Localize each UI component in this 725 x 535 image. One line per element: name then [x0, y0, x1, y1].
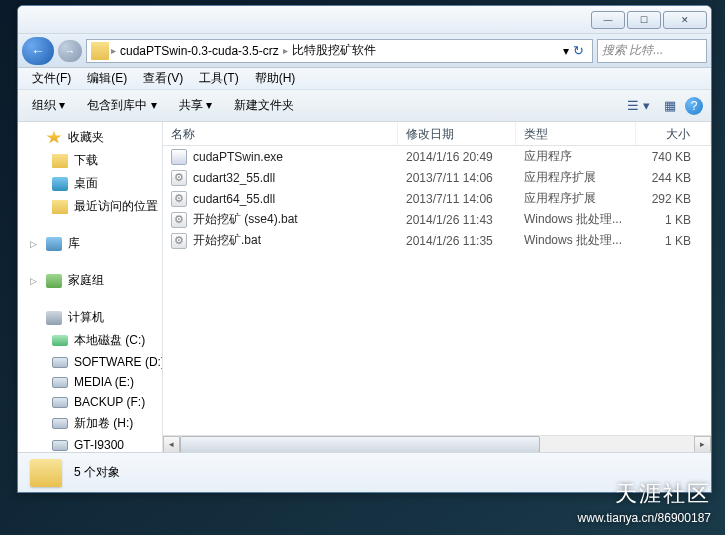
file-size: 292 KB	[636, 192, 711, 206]
back-button[interactable]: ←	[22, 37, 54, 65]
device-icon	[52, 440, 68, 451]
file-date: 2014/1/26 11:43	[398, 213, 516, 227]
desktop-icon	[52, 177, 68, 191]
file-row[interactable]: cudart32_55.dll 2013/7/11 14:06 应用程序扩展 2…	[163, 167, 711, 188]
folder-icon	[52, 154, 68, 168]
sidebar-label: 最近访问的位置	[74, 198, 158, 215]
sidebar-homegroup[interactable]: ▷ 家庭组	[18, 269, 162, 292]
scroll-track[interactable]	[180, 436, 694, 453]
file-row[interactable]: cudart64_55.dll 2013/7/11 14:06 应用程序扩展 2…	[163, 188, 711, 209]
drive-icon	[52, 377, 68, 388]
explorer-window: — ☐ ✕ ← → ▸ cudaPTSwin-0.3-cuda-3.5-crz …	[17, 5, 712, 493]
view-options-button[interactable]: ☰ ▾	[622, 96, 655, 115]
chevron-right-icon: ▸	[283, 45, 288, 56]
breadcrumb[interactable]: ▸ cudaPTSwin-0.3-cuda-3.5-crz ▸ 比特股挖矿软件 …	[86, 39, 593, 63]
expand-icon: ▷	[30, 276, 40, 286]
file-date: 2013/7/11 14:06	[398, 171, 516, 185]
refresh-button[interactable]: ↻	[573, 43, 584, 58]
file-date: 2013/7/11 14:06	[398, 192, 516, 206]
sidebar-favorites[interactable]: 收藏夹	[18, 126, 162, 149]
folder-icon	[91, 42, 109, 60]
new-folder-button[interactable]: 新建文件夹	[228, 94, 300, 117]
sidebar-downloads[interactable]: 下载	[18, 149, 162, 172]
organize-button[interactable]: 组织 ▾	[26, 94, 71, 117]
sidebar-label: 库	[68, 235, 80, 252]
file-row[interactable]: 开始挖矿.bat 2014/1/26 11:35 Windows 批处理... …	[163, 230, 711, 251]
column-headers: 名称 修改日期 类型 大小	[163, 122, 711, 146]
sidebar-computer[interactable]: 计算机	[18, 306, 162, 329]
menu-file[interactable]: 文件(F)	[24, 68, 79, 89]
titlebar: — ☐ ✕	[18, 6, 711, 34]
file-row[interactable]: 开始挖矿 (sse4).bat 2014/1/26 11:43 Windows …	[163, 209, 711, 230]
menu-view[interactable]: 查看(V)	[135, 68, 191, 89]
content: 收藏夹 下载 桌面 最近访问的位置 ▷	[18, 122, 711, 452]
search-input[interactable]: 搜索 比特...	[597, 39, 707, 63]
scroll-right-button[interactable]: ▸	[694, 436, 711, 453]
file-name: cudaPTSwin.exe	[193, 150, 283, 164]
file-date: 2014/1/16 20:49	[398, 150, 516, 164]
toolbar-right: ☰ ▾ ▦ ?	[622, 96, 703, 115]
dll-icon	[171, 170, 187, 186]
forward-button[interactable]: →	[58, 40, 82, 62]
chevron-right-icon: ▸	[111, 45, 116, 56]
menu-edit[interactable]: 编辑(E)	[79, 68, 135, 89]
file-size: 244 KB	[636, 171, 711, 185]
sidebar-label: 收藏夹	[68, 129, 104, 146]
search-placeholder: 搜索 比特...	[602, 42, 663, 59]
menu-tools[interactable]: 工具(T)	[191, 68, 246, 89]
sidebar-label: 新加卷 (H:)	[74, 415, 133, 432]
drive-icon	[52, 335, 68, 346]
close-button[interactable]: ✕	[663, 11, 707, 29]
file-size: 1 KB	[636, 234, 711, 248]
file-name: cudart32_55.dll	[193, 171, 275, 185]
sidebar-label: 本地磁盘 (C:)	[74, 332, 145, 349]
column-type[interactable]: 类型	[516, 122, 636, 145]
sidebar-label: BACKUP (F:)	[74, 395, 145, 409]
sidebar-drive-c[interactable]: 本地磁盘 (C:)	[18, 329, 162, 352]
column-date[interactable]: 修改日期	[398, 122, 516, 145]
sidebar-drive-h[interactable]: 新加卷 (H:)	[18, 412, 162, 435]
watermark-url: www.tianya.cn/86900187	[578, 511, 711, 525]
sidebar-libraries[interactable]: ▷ 库	[18, 232, 162, 255]
sidebar-label: SOFTWARE (D:)	[74, 355, 163, 369]
file-date: 2014/1/26 11:35	[398, 234, 516, 248]
file-pane: 名称 修改日期 类型 大小 cudaPTSwin.exe 2014/1/16 2…	[163, 122, 711, 452]
file-size: 1 KB	[636, 213, 711, 227]
sidebar-desktop[interactable]: 桌面	[18, 172, 162, 195]
file-list: cudaPTSwin.exe 2014/1/16 20:49 应用程序 740 …	[163, 146, 711, 435]
sidebar-drive-d[interactable]: SOFTWARE (D:)	[18, 352, 162, 372]
scroll-thumb[interactable]	[180, 436, 540, 453]
sidebar-label: MEDIA (E:)	[74, 375, 134, 389]
column-name[interactable]: 名称	[163, 122, 398, 145]
sidebar-drive-e[interactable]: MEDIA (E:)	[18, 372, 162, 392]
maximize-button[interactable]: ☐	[627, 11, 661, 29]
sidebar-drive-f[interactable]: BACKUP (F:)	[18, 392, 162, 412]
library-icon	[46, 237, 62, 251]
include-library-button[interactable]: 包含到库中 ▾	[81, 94, 162, 117]
folder-icon	[52, 200, 68, 214]
breadcrumb-seg-1[interactable]: cudaPTSwin-0.3-cuda-3.5-crz	[118, 44, 281, 58]
homegroup-icon	[46, 274, 62, 288]
help-button[interactable]: ?	[685, 97, 703, 115]
scroll-left-button[interactable]: ◂	[163, 436, 180, 453]
preview-pane-button[interactable]: ▦	[659, 96, 681, 115]
file-type: 应用程序扩展	[516, 190, 636, 207]
share-button[interactable]: 共享 ▾	[173, 94, 218, 117]
sidebar-recent[interactable]: 最近访问的位置	[18, 195, 162, 218]
menu-help[interactable]: 帮助(H)	[247, 68, 304, 89]
bat-icon	[171, 212, 187, 228]
column-size[interactable]: 大小	[636, 122, 711, 145]
expand-icon: ▷	[30, 239, 40, 249]
dropdown-icon[interactable]: ▾	[563, 44, 569, 58]
horizontal-scrollbar[interactable]: ◂ ▸	[163, 435, 711, 452]
sidebar-label: GT-I9300	[74, 438, 124, 452]
exe-icon	[171, 149, 187, 165]
sidebar-label: 计算机	[68, 309, 104, 326]
breadcrumb-seg-2[interactable]: 比特股挖矿软件	[290, 42, 378, 59]
menubar: 文件(F) 编辑(E) 查看(V) 工具(T) 帮助(H)	[18, 68, 711, 90]
file-row[interactable]: cudaPTSwin.exe 2014/1/16 20:49 应用程序 740 …	[163, 146, 711, 167]
minimize-button[interactable]: —	[591, 11, 625, 29]
sidebar-label: 家庭组	[68, 272, 104, 289]
file-type: 应用程序	[516, 148, 636, 165]
sidebar-gt[interactable]: GT-I9300	[18, 435, 162, 452]
